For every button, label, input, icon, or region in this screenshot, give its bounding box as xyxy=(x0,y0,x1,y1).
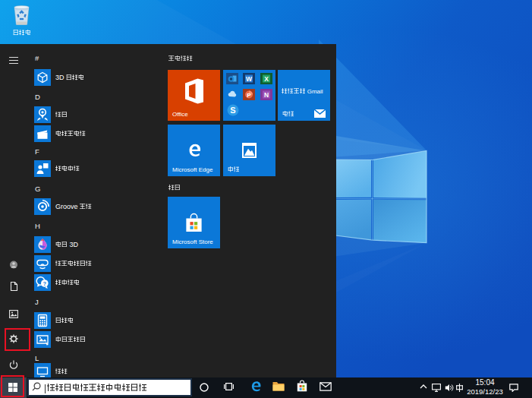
svg-text:P: P xyxy=(247,91,251,98)
svg-text:W: W xyxy=(246,75,253,83)
svg-text:?: ? xyxy=(43,280,47,286)
svg-text:X: X xyxy=(264,75,269,83)
svg-text:S: S xyxy=(230,106,235,115)
svg-text:N: N xyxy=(263,91,268,99)
